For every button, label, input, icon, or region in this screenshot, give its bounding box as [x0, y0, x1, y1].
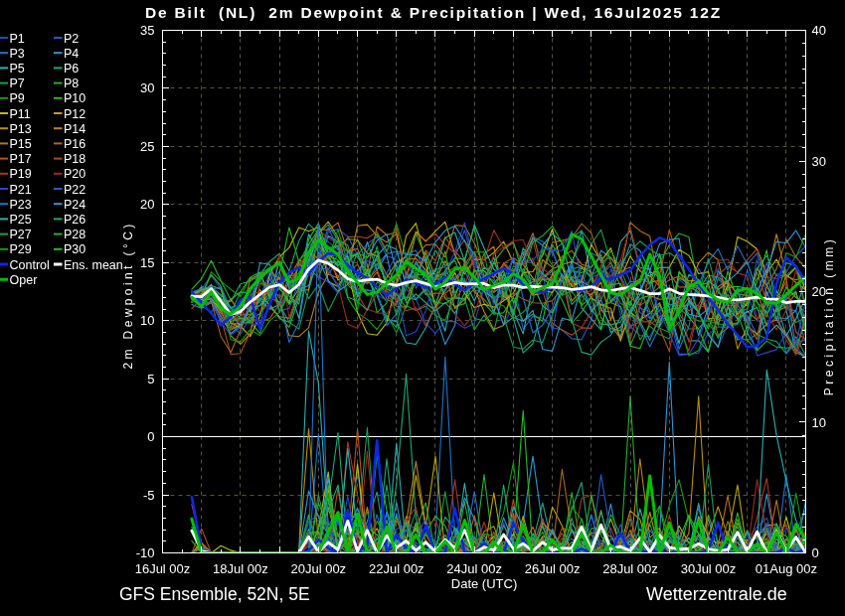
svg-text:Control: Control: [10, 258, 50, 272]
svg-text:P28: P28: [64, 228, 85, 241]
svg-text:P22: P22: [64, 183, 85, 197]
svg-text:P4: P4: [64, 47, 79, 61]
svg-text:P19: P19: [10, 167, 32, 181]
svg-text:2m Dewpoint (°C): 2m Dewpoint (°C): [121, 221, 135, 369]
svg-text:Precipitation (mm): Precipitation (mm): [822, 236, 836, 395]
svg-text:P11: P11: [10, 107, 31, 121]
svg-text:P21: P21: [10, 183, 32, 197]
svg-text:P10: P10: [64, 91, 85, 105]
svg-text:P8: P8: [64, 77, 79, 90]
svg-text:P16: P16: [64, 137, 85, 151]
svg-text:35: 35: [140, 23, 154, 38]
svg-text:P25: P25: [10, 213, 32, 227]
svg-text:-5: -5: [143, 488, 155, 503]
svg-text:28Jul 00z: 28Jul 00z: [602, 561, 658, 576]
svg-text:P6: P6: [64, 62, 79, 76]
svg-text:P24: P24: [64, 198, 85, 212]
svg-text:P29: P29: [10, 242, 32, 256]
svg-text:01Aug 00z: 01Aug 00z: [756, 561, 817, 576]
svg-text:P5: P5: [10, 62, 25, 76]
svg-text:20: 20: [140, 197, 154, 212]
svg-text:P17: P17: [10, 152, 32, 166]
svg-text:P15: P15: [10, 137, 32, 151]
svg-text:P18: P18: [64, 152, 85, 166]
svg-text:10: 10: [140, 313, 154, 328]
svg-text:P2: P2: [64, 32, 79, 46]
svg-text:30: 30: [812, 154, 826, 169]
svg-text:16Jul 00z: 16Jul 00z: [135, 561, 191, 576]
svg-text:10: 10: [812, 415, 826, 430]
svg-text:P1: P1: [10, 32, 25, 46]
svg-text:18Jul 00z: 18Jul 00z: [213, 561, 268, 576]
svg-text:Ens. mean: Ens. mean: [64, 258, 123, 272]
svg-text:P26: P26: [64, 213, 85, 227]
svg-text:30Jul 00z: 30Jul 00z: [681, 561, 737, 576]
svg-text:Oper: Oper: [10, 273, 38, 287]
svg-text:30: 30: [140, 80, 154, 95]
svg-text:P23: P23: [10, 198, 32, 212]
svg-text:P9: P9: [10, 91, 25, 105]
svg-text:P3: P3: [10, 47, 25, 61]
svg-text:0: 0: [812, 545, 819, 560]
svg-text:-10: -10: [136, 545, 155, 560]
svg-text:0: 0: [147, 429, 154, 444]
svg-text:24Jul 00z: 24Jul 00z: [446, 561, 502, 576]
svg-text:Wetterzentrale.de: Wetterzentrale.de: [646, 584, 787, 604]
svg-text:22Jul 00z: 22Jul 00z: [369, 561, 424, 576]
svg-text:P12: P12: [64, 107, 85, 121]
svg-text:Date (UTC): Date (UTC): [451, 576, 517, 591]
svg-text:P30: P30: [64, 242, 85, 256]
svg-text:20Jul 00z: 20Jul 00z: [290, 561, 346, 576]
svg-text:26Jul 00z: 26Jul 00z: [525, 561, 581, 576]
svg-text:P20: P20: [64, 167, 85, 181]
svg-text:P7: P7: [10, 77, 25, 90]
svg-text:40: 40: [812, 23, 826, 38]
svg-text:5: 5: [147, 372, 154, 386]
svg-text:P14: P14: [64, 122, 85, 136]
svg-text:GFS Ensemble, 52N, 5E: GFS Ensemble, 52N, 5E: [119, 584, 310, 604]
svg-text:P27: P27: [10, 228, 32, 241]
svg-text:De Bilt (NL) 2m Dewpoint & P: De Bilt (NL) 2m Dewpoint & Precipitation…: [145, 4, 722, 21]
svg-text:25: 25: [140, 139, 154, 154]
svg-text:15: 15: [140, 255, 154, 270]
svg-text:P13: P13: [10, 122, 32, 136]
